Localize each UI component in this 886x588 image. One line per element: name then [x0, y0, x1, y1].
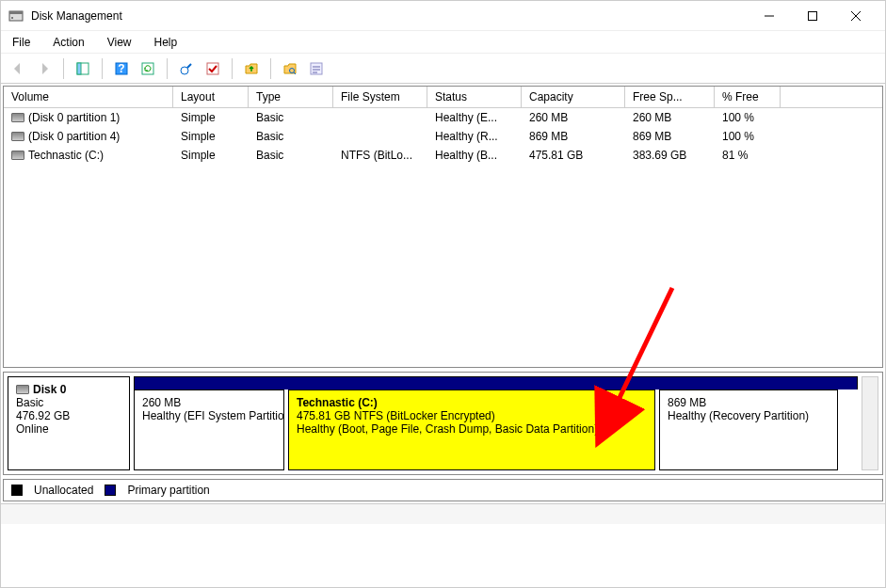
svg-text:?: ?	[118, 62, 124, 75]
col-percent-free[interactable]: % Free	[715, 87, 781, 107]
table-cell: 869 MB	[522, 129, 625, 144]
statusbar	[1, 503, 885, 524]
col-filesystem[interactable]: File System	[333, 87, 427, 107]
col-volume[interactable]: Volume	[4, 87, 173, 107]
table-cell: (Disk 0 partition 1)	[4, 110, 173, 125]
menu-view[interactable]: View	[104, 34, 136, 51]
partition[interactable]: Technastic (C:)475.81 GB NTFS (BitLocker…	[288, 389, 655, 470]
disk-management-icon	[8, 8, 24, 24]
menu-file[interactable]: File	[8, 34, 34, 51]
disk-partitions: 260 MBHealthy (EFI System Partition)Tech…	[134, 389, 858, 470]
table-cell: 100 %	[715, 110, 781, 125]
table-cell: Basic	[249, 110, 333, 125]
disk-info[interactable]: Disk 0 Basic 476.92 GB Online	[8, 376, 130, 470]
window-controls	[748, 2, 878, 30]
maximize-button[interactable]	[791, 2, 834, 30]
table-cell: 260 MB	[522, 110, 625, 125]
legend-unallocated: Unallocated	[34, 484, 93, 497]
table-cell: Simple	[173, 110, 249, 125]
svg-rect-1	[9, 11, 23, 14]
disk-graphical-view: Disk 0 Basic 476.92 GB Online 260 MBHeal…	[3, 372, 883, 475]
col-filler	[781, 87, 882, 107]
partition-header-bar	[134, 376, 858, 389]
disk-name: Disk 0	[33, 383, 66, 396]
col-capacity[interactable]: Capacity	[522, 87, 625, 107]
folder-up-icon[interactable]	[240, 57, 263, 80]
partition-size: 869 MB	[668, 396, 830, 409]
disk-state: Online	[16, 422, 121, 436]
volume-table-header: Volume Layout Type File System Status Ca…	[4, 87, 882, 108]
partition-size: 260 MB	[142, 396, 276, 409]
check-icon[interactable]	[201, 57, 224, 80]
partition[interactable]: 260 MBHealthy (EFI System Partition)	[134, 389, 284, 470]
table-cell: Simple	[173, 148, 249, 163]
back-button[interactable]	[7, 57, 29, 80]
volume-table-body[interactable]: (Disk 0 partition 1)SimpleBasicHealthy (…	[4, 108, 882, 367]
svg-rect-11	[142, 63, 153, 74]
volume-table: Volume Layout Type File System Status Ca…	[3, 86, 883, 368]
disk-management-window: Disk Management File Action View Help ?	[0, 0, 886, 588]
table-row[interactable]: (Disk 0 partition 4)SimpleBasicHealthy (…	[4, 127, 882, 146]
partition[interactable]: 869 MBHealthy (Recovery Partition)	[659, 389, 838, 470]
volume-icon	[11, 151, 24, 160]
unallocated-swatch-icon	[11, 485, 23, 496]
help-icon[interactable]: ?	[110, 57, 133, 80]
table-cell: Basic	[249, 129, 333, 144]
svg-point-12	[181, 67, 188, 74]
folder-search-icon[interactable]	[279, 57, 301, 80]
toolbar: ?	[1, 54, 885, 84]
partition-title: Technastic (C:)	[297, 396, 647, 409]
table-cell: 383.69 GB	[625, 148, 715, 163]
table-cell: Basic	[249, 148, 333, 163]
svg-line-13	[187, 64, 191, 68]
table-cell	[333, 129, 427, 144]
volume-icon	[11, 113, 24, 122]
svg-point-2	[11, 17, 13, 19]
table-cell: 81 %	[715, 148, 781, 163]
table-row[interactable]: (Disk 0 partition 1)SimpleBasicHealthy (…	[4, 108, 882, 127]
minimize-button[interactable]	[748, 2, 791, 30]
disk-icon	[16, 385, 29, 394]
legend: Unallocated Primary partition	[3, 479, 883, 501]
table-cell: (Disk 0 partition 4)	[4, 129, 173, 144]
show-hide-console-tree-icon[interactable]	[72, 57, 94, 80]
menu-help[interactable]: Help	[151, 34, 182, 51]
scrollbar[interactable]	[862, 376, 878, 470]
svg-rect-14	[207, 63, 218, 74]
close-button[interactable]	[834, 2, 878, 30]
refresh-icon[interactable]	[137, 57, 159, 80]
partition-status: Healthy (Boot, Page File, Crash Dump, Ba…	[297, 422, 647, 436]
forward-button[interactable]	[33, 57, 56, 80]
menubar: File Action View Help	[1, 31, 885, 54]
partition-status: Healthy (Recovery Partition)	[668, 409, 830, 422]
col-status[interactable]: Status	[427, 87, 522, 107]
primary-swatch-icon	[105, 485, 116, 496]
table-row[interactable]: Technastic (C:)SimpleBasicNTFS (BitLo...…	[4, 146, 882, 165]
disk-partitions-container: 260 MBHealthy (EFI System Partition)Tech…	[134, 376, 858, 470]
col-layout[interactable]: Layout	[173, 87, 249, 107]
partition-size: 475.81 GB NTFS (BitLocker Encrypted)	[297, 409, 647, 422]
col-type[interactable]: Type	[249, 87, 333, 107]
table-cell	[333, 110, 427, 125]
disk-size: 476.92 GB	[16, 409, 121, 422]
titlebar: Disk Management	[1, 1, 885, 31]
partition-status: Healthy (EFI System Partition)	[142, 409, 276, 422]
svg-rect-4	[809, 11, 817, 20]
legend-primary: Primary partition	[127, 484, 209, 497]
table-cell: 260 MB	[625, 110, 715, 125]
table-cell: Healthy (E...	[427, 110, 522, 125]
table-cell: 475.81 GB	[522, 148, 625, 163]
volume-icon	[11, 132, 24, 141]
settings-icon[interactable]	[175, 57, 198, 80]
properties-icon[interactable]	[305, 57, 328, 80]
table-cell: Technastic (C:)	[4, 148, 173, 163]
table-cell: Healthy (R...	[427, 129, 522, 144]
table-cell: 869 MB	[625, 129, 715, 144]
disk-row: Disk 0 Basic 476.92 GB Online 260 MBHeal…	[8, 376, 878, 470]
table-cell: Simple	[173, 129, 249, 144]
svg-rect-8	[77, 63, 81, 74]
col-free-space[interactable]: Free Sp...	[625, 87, 715, 107]
table-cell: NTFS (BitLo...	[333, 148, 427, 163]
table-cell: Healthy (B...	[427, 148, 522, 163]
menu-action[interactable]: Action	[49, 34, 88, 51]
